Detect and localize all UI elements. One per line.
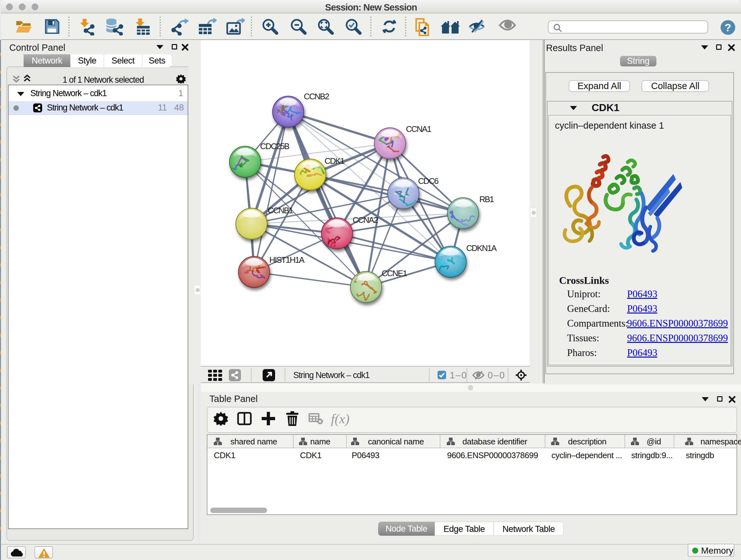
svg-text:CCNB2: CCNB2 bbox=[304, 91, 329, 101]
svg-text:CDK1: CDK1 bbox=[325, 156, 345, 166]
svg-text:CDC6: CDC6 bbox=[418, 176, 439, 186]
svg-text:CCNE1: CCNE1 bbox=[382, 268, 407, 278]
svg-text:HIST1H1A: HIST1H1A bbox=[269, 255, 305, 265]
svg-text:CDKN1A: CDKN1A bbox=[466, 243, 497, 253]
svg-text:CCNA1: CCNA1 bbox=[406, 124, 431, 134]
svg-text:RB1: RB1 bbox=[479, 194, 494, 204]
svg-text:CCNA2: CCNA2 bbox=[353, 215, 378, 225]
svg-text:CDC25B: CDC25B bbox=[260, 141, 289, 151]
svg-text:CCNB1: CCNB1 bbox=[268, 206, 293, 215]
